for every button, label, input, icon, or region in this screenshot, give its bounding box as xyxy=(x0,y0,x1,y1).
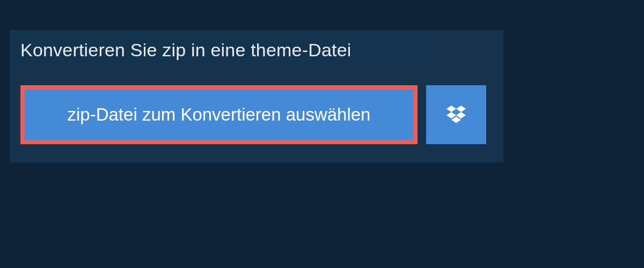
panel-title: Konvertieren Sie zip in eine theme-Datei xyxy=(20,40,426,61)
svg-marker-3 xyxy=(456,112,466,118)
select-file-button[interactable]: zip-Datei zum Konvertieren auswählen xyxy=(20,85,418,144)
button-row: zip-Datei zum Konvertieren auswählen xyxy=(10,70,503,162)
title-bar: Konvertieren Sie zip in eine theme-Datei xyxy=(10,30,436,70)
converter-panel: Konvertieren Sie zip in eine theme-Datei… xyxy=(10,30,503,162)
svg-marker-4 xyxy=(451,117,461,123)
select-file-button-label: zip-Datei zum Konvertieren auswählen xyxy=(68,105,371,125)
svg-marker-2 xyxy=(447,112,456,118)
svg-marker-0 xyxy=(447,106,456,112)
dropbox-button[interactable] xyxy=(426,85,486,144)
svg-marker-1 xyxy=(456,106,466,112)
dropbox-icon xyxy=(445,104,467,125)
